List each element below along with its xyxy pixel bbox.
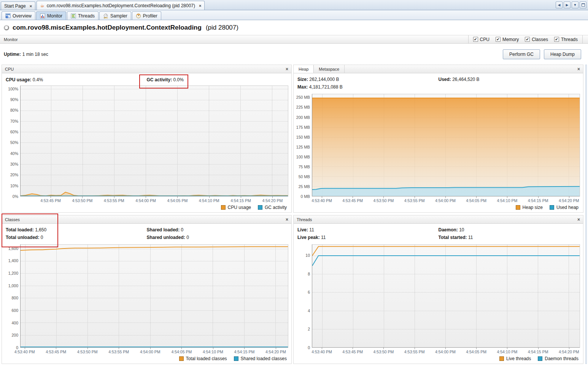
legend-item: Shared loaded classes — [234, 356, 287, 361]
checkbox-checked-icon[interactable]: ✔ — [473, 37, 478, 42]
scroll-right-button[interactable]: ▶ — [564, 2, 571, 8]
uptime-value: 1 min 18 sec — [22, 52, 48, 57]
application-icon — [4, 25, 9, 30]
cpu-chart-legend: CPU usage GC activity — [2, 203, 291, 212]
sampler-icon — [103, 13, 108, 19]
legend-item: Used heap — [550, 205, 578, 210]
cpu-panel-header: CPU × — [2, 65, 291, 73]
checkbox-checked-icon[interactable]: ✔ — [554, 37, 559, 42]
close-icon[interactable]: × — [577, 217, 580, 222]
java-cup-icon: ☕ — [40, 3, 44, 8]
heap-chart: 0 MB25 MB50 MB75 MB100 MB125 MB150 MB175… — [294, 94, 580, 203]
close-icon[interactable]: × — [286, 67, 288, 71]
shared-loaded-stat: Shared loaded: 0 — [147, 227, 288, 234]
overview-icon — [5, 13, 11, 19]
tab-threads[interactable]: Threads — [67, 11, 99, 20]
threads-chart-y-axis: 0246810 — [294, 244, 312, 348]
close-icon[interactable]: × — [286, 217, 288, 222]
panels-grid: CPU × CPU usage: 0.4% GC activity: 0.0% … — [0, 65, 588, 364]
shared-unloaded-stat: Shared unloaded: 0 — [147, 235, 288, 242]
application-title-row: com.rovo98.miscExamples.hotDeployment.Co… — [0, 20, 588, 35]
tab-heap[interactable]: Heap — [294, 65, 314, 73]
checkbox-cpu[interactable]: ✔ CPU — [473, 37, 489, 42]
heap-size-stat: Size: 262,144,000 B — [297, 77, 439, 84]
action-buttons: Perform GC Heap Dump — [503, 49, 581, 59]
threads-stats: Live: 11 Daemon: 10 Live peak: 11 Total … — [294, 224, 583, 244]
legend-swatch — [179, 356, 184, 361]
heap-used-stat: Used: 26,464,520 B — [439, 77, 580, 84]
legend-item: Live threads — [499, 356, 531, 361]
tab-metaspace[interactable]: Metaspace — [314, 65, 345, 73]
tab-profiler[interactable]: Profiler — [132, 11, 161, 20]
perform-gc-button[interactable]: Perform GC — [503, 49, 540, 59]
classes-chart-legend: Total loaded classes Shared loaded class… — [2, 354, 291, 364]
close-icon[interactable]: × — [199, 3, 201, 8]
left-arrow-icon: ◀ — [558, 3, 561, 7]
classes-chart-plot — [20, 244, 288, 348]
checkbox-checked-icon[interactable]: ✔ — [496, 37, 501, 42]
threads-chart-x-axis: 4:53:40 PM4:53:45 PM4:53:50 PM4:53:55 PM… — [312, 348, 580, 354]
view-tab-bar: Overview Monitor Threads Sampler Profile… — [0, 10, 588, 20]
tab-label: Threads — [78, 13, 95, 19]
tab-scroll-controls: ◀ ▶ ▼ — [556, 2, 586, 8]
legend-swatch — [258, 205, 262, 210]
cpu-usage-stat: CPU usage: 0.4% — [6, 77, 147, 82]
heap-chart-plot — [312, 94, 580, 196]
tab-sampler[interactable]: Sampler — [99, 11, 131, 20]
tab-start-page[interactable]: Start Page × — [1, 2, 35, 10]
heap-panel-header: Heap Metaspace × — [294, 65, 583, 73]
visualvm-window: Start Page × ☕ com.rovo98.miscExamples.h… — [0, 0, 588, 367]
threads-panel-header: Threads × — [294, 215, 583, 224]
maximize-icon — [582, 3, 585, 6]
heap-panel: Heap Metaspace × Size: 262,144,000 B Use… — [293, 65, 583, 213]
legend-item: CPU usage — [221, 205, 251, 210]
checkbox-memory[interactable]: ✔ Memory — [496, 37, 519, 42]
legend-swatch — [516, 205, 520, 210]
tab-label: com.rovo98.miscExamples.hotDeployment.Co… — [47, 3, 195, 8]
threads-icon — [71, 13, 76, 19]
chevron-down-icon: ▼ — [574, 3, 577, 7]
tab-label: Overview — [13, 13, 32, 19]
tab-list-button[interactable]: ▼ — [572, 2, 578, 8]
heap-chart-x-axis: 4:53:40 PM4:53:45 PM4:53:50 PM4:53:55 PM… — [312, 196, 580, 203]
legend-swatch — [221, 205, 226, 210]
live-peak-stat: Live peak: 11 — [297, 235, 439, 242]
heap-dump-button[interactable]: Heap Dump — [544, 49, 581, 59]
scroll-left-button[interactable]: ◀ — [556, 2, 563, 8]
classes-chart-x-axis: 4:53:40 PM4:53:45 PM4:53:50 PM4:53:55 PM… — [20, 348, 288, 354]
monitor-icon — [40, 13, 45, 19]
daemon-stat: Daemon: 10 — [439, 227, 580, 234]
tab-overview[interactable]: Overview — [2, 11, 35, 20]
threads-panel-title: Threads — [297, 217, 312, 222]
cpu-chart-plot — [20, 85, 288, 196]
metric-checkbox-group: ✔ CPU ✔ Memory ✔ Classes ✔ Threads — [468, 35, 583, 43]
tab-application[interactable]: ☕ com.rovo98.miscExamples.hotDeployment.… — [37, 1, 205, 10]
heap-chart-legend: Heap size Used heap — [294, 203, 583, 212]
legend-swatch — [538, 356, 542, 361]
cpu-chart-y-axis: 0%10%20%30%40%50%60%70%80%90%100% — [3, 85, 20, 196]
classes-chart-y-axis: 02004006008001,0001,2001,4001,600 — [3, 244, 20, 348]
checkbox-threads[interactable]: ✔ Threads — [554, 37, 578, 42]
threads-chart-plot — [312, 244, 580, 348]
total-started-stat: Total started: 11 — [439, 235, 580, 242]
legend-item: Heap size — [516, 205, 543, 210]
cpu-chart: 0%10%20%30%40%50%60%70%80%90%100% 4:53:4… — [3, 85, 288, 203]
page-title: com.rovo98.miscExamples.hotDeployment.Co… — [13, 24, 202, 32]
uptime-label: Uptime: — [4, 52, 21, 57]
threads-chart-legend: Live threads Daemon threads — [294, 354, 583, 364]
legend-item: Daemon threads — [538, 356, 578, 361]
annotation-classes-totals-box — [2, 214, 58, 247]
heap-chart-y-axis: 0 MB25 MB50 MB75 MB100 MB125 MB150 MB175… — [294, 94, 312, 196]
monitor-section-bar: Monitor ✔ CPU ✔ Memory ✔ Classes ✔ Threa… — [0, 35, 588, 44]
maximize-button[interactable] — [580, 2, 586, 8]
checkbox-checked-icon[interactable]: ✔ — [525, 37, 530, 42]
tab-label: Monitor — [47, 13, 62, 19]
tab-monitor[interactable]: Monitor — [36, 11, 66, 20]
heap-empty-stat — [439, 84, 580, 92]
uptime-row: Uptime: 1 min 18 sec Perform GC Heap Dum… — [0, 44, 588, 65]
close-icon[interactable]: × — [577, 67, 580, 71]
tab-label: Profiler — [143, 13, 157, 19]
tab-label: Sampler — [110, 13, 127, 19]
close-icon[interactable]: × — [30, 4, 32, 8]
checkbox-classes[interactable]: ✔ Classes — [525, 37, 548, 42]
